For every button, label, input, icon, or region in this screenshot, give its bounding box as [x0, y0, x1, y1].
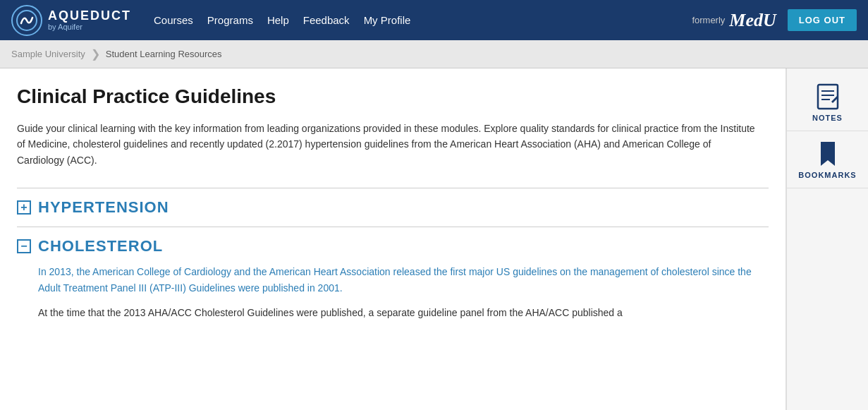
medu-logo: MedU: [729, 10, 776, 31]
main-layout: Clinical Practice Guidelines Guide your …: [0, 68, 868, 410]
nav-programs[interactable]: Programs: [207, 14, 253, 26]
header-right: formerly MedU LOG OUT: [692, 9, 857, 31]
logo-sub: by Aquifer: [48, 23, 131, 31]
hypertension-toggle-symbol: +: [20, 202, 27, 213]
page-description: Guide your clinical learning with the ke…: [17, 121, 757, 168]
notes-icon: [814, 83, 842, 111]
logo-icon: [11, 5, 42, 36]
nav-feedback[interactable]: Feedback: [303, 14, 350, 26]
cholesterol-section: − CHOLESTEROL In 2013, the American Coll…: [17, 227, 769, 341]
sidebar-notes[interactable]: NOTES: [787, 74, 868, 131]
notes-label: NOTES: [812, 114, 843, 122]
cholesterol-toggle-icon[interactable]: −: [17, 239, 31, 253]
hypertension-title: HYPERTENSION: [38, 198, 169, 217]
logo-area: AQUEDUCT by Aquifer: [11, 5, 131, 36]
nav-courses[interactable]: Courses: [154, 14, 193, 26]
svg-rect-1: [818, 85, 838, 109]
cholesterol-content: In 2013, the American College of Cardiol…: [17, 255, 769, 321]
page-title: Clinical Practice Guidelines: [17, 85, 769, 108]
cholesterol-header[interactable]: − CHOLESTEROL: [17, 237, 769, 255]
hypertension-header[interactable]: + HYPERTENSION: [17, 198, 769, 217]
nav-help[interactable]: Help: [267, 14, 289, 26]
sidebar-bookmarks[interactable]: BOOKMARKS: [787, 131, 868, 188]
content-area: Clinical Practice Guidelines Guide your …: [0, 68, 786, 410]
nav-my-profile[interactable]: My Profile: [364, 14, 411, 26]
breadcrumb-current: Student Learning Resources: [106, 49, 222, 59]
header-left: AQUEDUCT by Aquifer Courses Programs Hel…: [11, 5, 410, 36]
sidebar: NOTES BOOKMARKS: [786, 68, 868, 410]
formerly-label: formerly: [692, 15, 725, 25]
cholesterol-toggle-symbol: −: [20, 241, 27, 252]
hypertension-toggle-icon[interactable]: +: [17, 200, 31, 215]
header: AQUEDUCT by Aquifer Courses Programs Hel…: [0, 0, 868, 40]
logo-text: AQUEDUCT by Aquifer: [48, 9, 131, 32]
hypertension-section: + HYPERTENSION: [17, 188, 769, 227]
bookmarks-label: BOOKMARKS: [798, 171, 856, 179]
logout-button[interactable]: LOG OUT: [788, 9, 857, 31]
breadcrumb-university[interactable]: Sample University: [11, 49, 85, 59]
breadcrumb-separator: ❯: [91, 47, 100, 61]
cholesterol-paragraph-2: At the time that the 2013 AHA/ACC Choles…: [38, 305, 743, 321]
cholesterol-link-1[interactable]: In 2013, the American College of Cardiol…: [38, 264, 769, 296]
cholesterol-title: CHOLESTEROL: [38, 237, 163, 255]
logo-name: AQUEDUCT: [48, 9, 131, 23]
bookmarks-icon: [814, 140, 842, 168]
nav-links: Courses Programs Help Feedback My Profil…: [154, 14, 410, 26]
breadcrumb-bar: Sample University ❯ Student Learning Res…: [0, 40, 868, 68]
formerly-medu: formerly MedU: [692, 10, 776, 31]
